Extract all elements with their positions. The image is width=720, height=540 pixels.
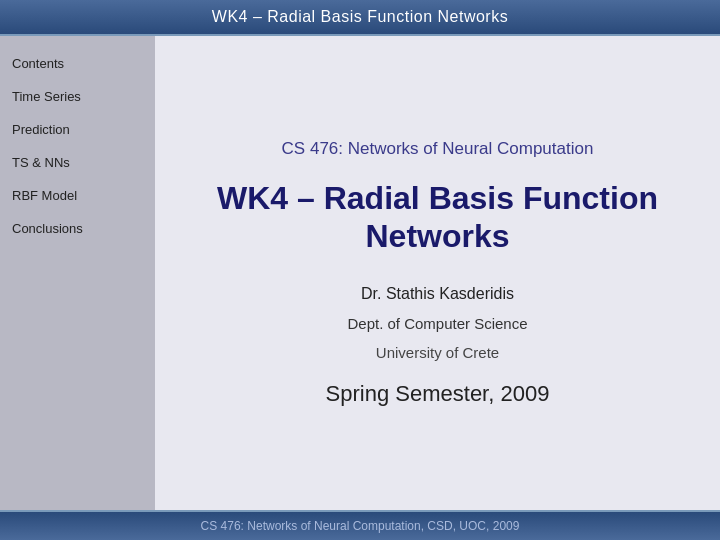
content-semester: Spring Semester, 2009 bbox=[326, 381, 550, 407]
content-subtitle: CS 476: Networks of Neural Computation bbox=[282, 139, 594, 159]
main-content: Contents Time Series Prediction TS & NNs… bbox=[0, 36, 720, 510]
sidebar-item-contents[interactable]: Contents bbox=[12, 56, 143, 71]
sidebar: Contents Time Series Prediction TS & NNs… bbox=[0, 36, 155, 510]
sidebar-item-ts-nns[interactable]: TS & NNs bbox=[12, 155, 143, 170]
sidebar-item-conclusions[interactable]: Conclusions bbox=[12, 221, 143, 236]
content-department: Dept. of Computer Science bbox=[347, 315, 527, 332]
bottom-bar: CS 476: Networks of Neural Computation, … bbox=[0, 512, 720, 540]
content-author: Dr. Stathis Kasderidis bbox=[361, 285, 514, 303]
content-university: University of Crete bbox=[376, 344, 499, 361]
sidebar-item-prediction[interactable]: Prediction bbox=[12, 122, 143, 137]
content-main-title: WK4 – Radial Basis Function Networks bbox=[217, 179, 658, 256]
sidebar-item-time-series[interactable]: Time Series bbox=[12, 89, 143, 104]
sidebar-item-rbf-model[interactable]: RBF Model bbox=[12, 188, 143, 203]
footer-text: CS 476: Networks of Neural Computation, … bbox=[201, 519, 520, 533]
header-title: WK4 – Radial Basis Function Networks bbox=[212, 8, 508, 25]
top-bar: WK4 – Radial Basis Function Networks bbox=[0, 0, 720, 34]
content-area: CS 476: Networks of Neural Computation W… bbox=[155, 36, 720, 510]
slide-wrapper: WK4 – Radial Basis Function Networks Con… bbox=[0, 0, 720, 540]
